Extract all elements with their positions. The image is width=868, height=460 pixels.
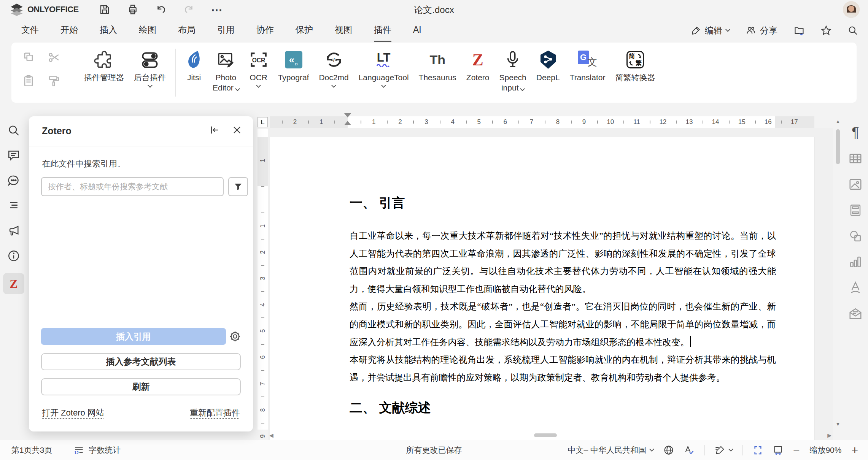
horizontal-ruler[interactable]: 211234567891011121314151617 [270, 116, 814, 128]
horizontal-scrollbar[interactable]: ◀ ▶ [268, 431, 833, 439]
scroll-left-arrow[interactable]: ◀ [269, 432, 273, 438]
photo-editor-icon [216, 47, 236, 72]
doc2md-plugin-button[interactable]: </> Doc2md [314, 46, 353, 92]
zotero-search-input[interactable] [41, 177, 224, 196]
refresh-button[interactable]: 刷新 [41, 378, 241, 395]
document-language-selector[interactable]: 中文– 中华人民共和国 [568, 445, 653, 455]
document-content[interactable]: 一、 引言 自工业革命以来，每一次重大技术革新都伴随着对“技术性失业”的担忧与对… [350, 194, 776, 417]
thesaurus-plugin-button[interactable]: Th Thesaurus [414, 46, 461, 84]
insert-bibliography-button[interactable]: 插入参考文献列表 [41, 353, 241, 370]
tab-file[interactable]: 文件 [21, 19, 39, 42]
open-file-location-button[interactable] [793, 25, 805, 36]
document-paragraph[interactable]: 本研究将从技能结构的理论视角出发，系统梳理人工智能影响就业的内在机制，辩证分析其… [350, 351, 776, 386]
tab-references[interactable]: 引用 [217, 19, 235, 42]
image-settings-button[interactable] [847, 176, 863, 192]
format-painter-button[interactable] [47, 75, 61, 88]
reconfigure-plugin-link[interactable]: 重新配置插件 [190, 407, 240, 419]
document-heading-literature-review[interactable]: 二、 文献综述 [350, 399, 776, 417]
tab-ai[interactable]: AI [413, 19, 421, 42]
zotero-filter-button[interactable] [228, 177, 248, 196]
speech-input-plugin-button[interactable]: Speech input [494, 46, 531, 94]
plugin-manager-button[interactable]: 插件管理器 [79, 46, 129, 84]
left-indent-marker[interactable] [344, 113, 351, 125]
ocr-plugin-button[interactable]: OCR OCR [244, 46, 273, 92]
open-zotero-website-link[interactable]: 打开 Zotero 网站 [42, 407, 104, 419]
pencil-icon [691, 25, 701, 35]
chinese-converter-plugin-button[interactable]: 简繁 简繁转换器 [610, 46, 660, 84]
editing-mode-selector[interactable]: 编辑 [691, 25, 730, 36]
fit-to-page-button[interactable] [753, 445, 763, 455]
tab-protection[interactable]: 保护 [296, 19, 313, 42]
header-footer-settings-button[interactable] [847, 202, 863, 218]
set-language-button[interactable] [663, 445, 674, 455]
text-art-settings-button[interactable] [847, 280, 863, 296]
vertical-scroll-thumb[interactable] [836, 129, 840, 164]
tab-home[interactable]: 开始 [60, 19, 78, 42]
scroll-up-arrow[interactable]: ▲ [833, 116, 843, 126]
svg-text:</>: </> [330, 57, 338, 63]
horizontal-scroll-thumb[interactable] [534, 433, 557, 437]
tab-insert[interactable]: 插入 [100, 19, 117, 42]
tab-plugins[interactable]: 插件 [374, 19, 391, 42]
mail-merge-button[interactable] [847, 306, 863, 322]
feedback-button[interactable] [5, 223, 22, 238]
about-button[interactable] [5, 248, 22, 263]
jitsi-plugin-button[interactable]: Jitsi [180, 46, 208, 84]
chart-settings-button[interactable] [847, 254, 863, 270]
photo-editor-plugin-button[interactable]: Photo Editor [208, 46, 244, 94]
filter-funnel-icon [234, 182, 243, 191]
zoom-level-indicator[interactable]: 缩放90% [809, 445, 841, 455]
page-number-indicator[interactable]: 第1页共3页 [11, 445, 52, 455]
zotero-sidebar-button[interactable]: Z [3, 273, 24, 294]
track-changes-button[interactable] [715, 445, 733, 455]
chevron-down-icon [725, 27, 730, 32]
document-heading-introduction[interactable]: 一、 引言 [350, 194, 776, 212]
insert-citation-button[interactable]: 插入引用 [41, 328, 226, 345]
document-paragraph[interactable]: 自工业革命以来，每一次重大技术革新都伴随着对“技术性失业”的担忧与对就业结构重塑… [350, 227, 776, 298]
fit-to-width-button[interactable] [773, 445, 783, 455]
close-panel-button[interactable] [232, 125, 242, 135]
deepl-plugin-button[interactable]: DeepL [531, 46, 565, 84]
translator-plugin-button[interactable]: G文 Translator [565, 46, 610, 84]
title-bar: ONLYOFFICE ⋯ 论文.docx [0, 0, 868, 19]
scroll-right-arrow[interactable]: ▶ [827, 432, 831, 438]
chat-button[interactable] [5, 173, 22, 188]
navigation-headings-button[interactable] [5, 198, 22, 213]
share-button[interactable]: 分享 [746, 25, 777, 36]
zoom-in-button[interactable]: + [851, 444, 858, 457]
vertical-scrollbar[interactable]: ▲ ▼ [833, 116, 843, 440]
paste-button[interactable] [22, 75, 36, 88]
vertical-ruler[interactable]: 1 123456789 [258, 129, 268, 430]
paragraph-settings-button[interactable]: ¶ [847, 125, 863, 141]
tab-draw[interactable]: 绘图 [139, 19, 156, 42]
typograf-plugin-button[interactable]: «„ Typograf [273, 46, 314, 84]
table-settings-button[interactable] [847, 151, 863, 167]
word-count-button[interactable]: 12 字数统计 [74, 445, 121, 455]
spell-check-button[interactable] [684, 445, 695, 455]
tab-collaboration[interactable]: 协作 [256, 19, 274, 42]
background-plugins-button[interactable]: 后台插件 [129, 46, 171, 92]
copy-button[interactable] [22, 51, 36, 65]
fit-page-icon [753, 445, 763, 455]
zotero-settings-gear-icon[interactable] [229, 330, 242, 343]
user-avatar[interactable] [843, 1, 860, 18]
search-button[interactable] [847, 25, 858, 36]
favorite-star-button[interactable] [821, 25, 831, 36]
zoom-out-button[interactable]: − [793, 444, 800, 457]
zotero-plugin-button[interactable]: Z Zotero [461, 46, 494, 84]
scroll-down-arrow[interactable]: ▼ [833, 419, 843, 429]
cut-button[interactable] [47, 51, 61, 65]
shape-settings-button[interactable] [847, 228, 863, 244]
tab-view[interactable]: 视图 [335, 19, 352, 42]
languagetool-plugin-button[interactable]: LT LanguageTool [354, 46, 414, 92]
collapse-panel-button[interactable] [209, 125, 220, 135]
tab-layout[interactable]: 布局 [178, 19, 196, 42]
copy-icon [22, 51, 35, 64]
document-paragraph[interactable]: 然而，历史经验表明，技术既是“破坏者”，也是“创造者”。它在消灭旧岗位的同时，也… [350, 298, 776, 351]
globe-icon [663, 445, 674, 455]
find-button[interactable] [5, 122, 22, 138]
tab-stop-selector[interactable]: L [258, 117, 268, 127]
document-page[interactable]: 一、 引言 自工业革命以来，每一次重大技术革新都伴随着对“技术性失业”的担忧与对… [270, 137, 814, 440]
save-status: 所有更改已保存 [406, 440, 462, 460]
comments-button[interactable] [5, 148, 22, 163]
